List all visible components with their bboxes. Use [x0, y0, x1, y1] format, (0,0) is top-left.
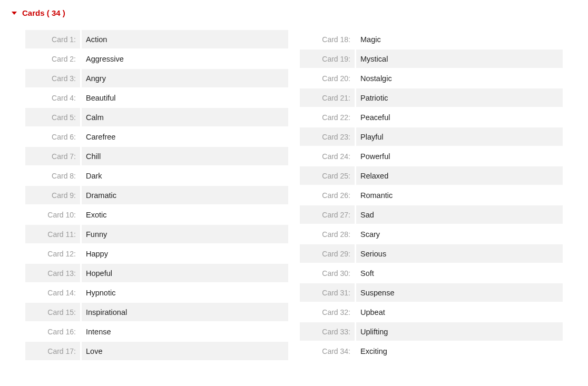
card-label: Card 14:	[25, 283, 80, 302]
card-value[interactable]: Nostalgic	[356, 69, 563, 87]
card-row: Card 3:Angry	[25, 69, 288, 87]
card-label: Card 5:	[25, 108, 80, 126]
card-value[interactable]: Action	[82, 30, 288, 48]
caret-down-icon	[12, 12, 17, 15]
card-value[interactable]: Angry	[82, 69, 288, 87]
card-value[interactable]: Serious	[356, 244, 563, 263]
card-value[interactable]: Exciting	[356, 342, 563, 360]
card-row: Card 7:Chill	[25, 147, 288, 165]
card-row: Card 21:Patriotic	[300, 88, 563, 107]
card-row: Card 32:Upbeat	[300, 303, 563, 321]
card-label: Card 18:	[300, 30, 355, 48]
card-value[interactable]: Happy	[82, 244, 288, 263]
card-row: Card 34:Exciting	[300, 342, 563, 360]
card-row: Card 4:Beautiful	[25, 88, 288, 107]
card-label: Card 8:	[25, 166, 80, 185]
card-row: Card 23:Playful	[300, 127, 563, 146]
card-value[interactable]: Mystical	[356, 50, 563, 68]
card-value[interactable]: Suspense	[356, 283, 563, 302]
card-row: Card 14:Hypnotic	[25, 283, 288, 302]
card-row: Card 33:Uplifting	[300, 322, 563, 341]
card-row: Card 19:Mystical	[300, 50, 563, 68]
card-row: Card 26:Romantic	[300, 186, 563, 204]
card-label: Card 30:	[300, 264, 355, 282]
card-value[interactable]: Exotic	[82, 205, 288, 224]
card-value[interactable]: Upbeat	[356, 303, 563, 321]
section-title: Cards ( 34 )	[22, 8, 65, 17]
card-label: Card 19:	[300, 50, 355, 68]
card-label: Card 32:	[300, 303, 355, 321]
card-row: Card 28:Scary	[300, 225, 563, 243]
card-value[interactable]: Playful	[356, 127, 563, 146]
card-label: Card 27:	[300, 205, 355, 224]
card-label: Card 34:	[300, 342, 355, 360]
card-row: Card 30:Soft	[300, 264, 563, 282]
card-value[interactable]: Powerful	[356, 147, 563, 165]
card-value[interactable]: Soft	[356, 264, 563, 282]
card-label: Card 28:	[300, 225, 355, 243]
card-label: Card 23:	[300, 127, 355, 146]
card-row: Card 13:Hopeful	[25, 264, 288, 282]
card-value[interactable]: Hopeful	[82, 264, 288, 282]
card-label: Card 11:	[25, 225, 80, 243]
card-label: Card 22:	[300, 108, 355, 126]
card-label: Card 7:	[25, 147, 80, 165]
card-label: Card 13:	[25, 264, 80, 282]
card-label: Card 2:	[25, 50, 80, 68]
title-text: Cards	[22, 8, 45, 17]
cards-column-right: Card 18:MagicCard 19:MysticalCard 20:Nos…	[300, 30, 563, 360]
card-label: Card 1:	[25, 30, 80, 48]
card-row: Card 16:Intense	[25, 322, 288, 341]
card-value[interactable]: Uplifting	[356, 322, 563, 341]
card-value[interactable]: Hypnotic	[82, 283, 288, 302]
card-row: Card 20:Nostalgic	[300, 69, 563, 87]
card-label: Card 16:	[25, 322, 80, 341]
card-value[interactable]: Beautiful	[82, 88, 288, 107]
card-value[interactable]: Magic	[356, 30, 563, 48]
card-label: Card 31:	[300, 283, 355, 302]
section-header[interactable]: Cards ( 34 )	[6, 5, 582, 21]
card-value[interactable]: Calm	[82, 108, 288, 126]
card-row: Card 5:Calm	[25, 108, 288, 126]
card-row: Card 8:Dark	[25, 166, 288, 185]
card-row: Card 18:Magic	[300, 30, 563, 48]
card-label: Card 25:	[300, 166, 355, 185]
card-value[interactable]: Scary	[356, 225, 563, 243]
card-label: Card 21:	[300, 88, 355, 107]
cards-column-left: Card 1:ActionCard 2:AggressiveCard 3:Ang…	[25, 30, 288, 360]
card-row: Card 15:Inspirational	[25, 303, 288, 321]
card-row: Card 29:Serious	[300, 244, 563, 263]
card-value[interactable]: Intense	[82, 322, 288, 341]
card-label: Card 24:	[300, 147, 355, 165]
card-label: Card 12:	[25, 244, 80, 263]
card-row: Card 6:Carefree	[25, 127, 288, 146]
card-row: Card 24:Powerful	[300, 147, 563, 165]
card-row: Card 10:Exotic	[25, 205, 288, 224]
card-label: Card 6:	[25, 127, 80, 146]
card-row: Card 22:Peaceful	[300, 108, 563, 126]
card-row: Card 11:Funny	[25, 225, 288, 243]
card-value[interactable]: Dramatic	[82, 186, 288, 204]
card-value[interactable]: Carefree	[82, 127, 288, 146]
card-value[interactable]: Relaxed	[356, 166, 563, 185]
card-label: Card 17:	[25, 342, 80, 360]
card-label: Card 33:	[300, 322, 355, 341]
card-value[interactable]: Chill	[82, 147, 288, 165]
card-value[interactable]: Patriotic	[356, 88, 563, 107]
card-value[interactable]: Sad	[356, 205, 563, 224]
card-label: Card 26:	[300, 186, 355, 204]
card-value[interactable]: Romantic	[356, 186, 563, 204]
card-row: Card 9:Dramatic	[25, 186, 288, 204]
card-value[interactable]: Aggressive	[82, 50, 288, 68]
card-value[interactable]: Inspirational	[82, 303, 288, 321]
card-value[interactable]: Funny	[82, 225, 288, 243]
card-value[interactable]: Peaceful	[356, 108, 563, 126]
card-row: Card 2:Aggressive	[25, 50, 288, 68]
cards-columns: Card 1:ActionCard 2:AggressiveCard 3:Ang…	[6, 30, 582, 360]
card-value[interactable]: Dark	[82, 166, 288, 185]
card-row: Card 12:Happy	[25, 244, 288, 263]
card-value[interactable]: Love	[82, 342, 288, 360]
card-label: Card 9:	[25, 186, 80, 204]
card-row: Card 1:Action	[25, 30, 288, 48]
card-label: Card 15:	[25, 303, 80, 321]
